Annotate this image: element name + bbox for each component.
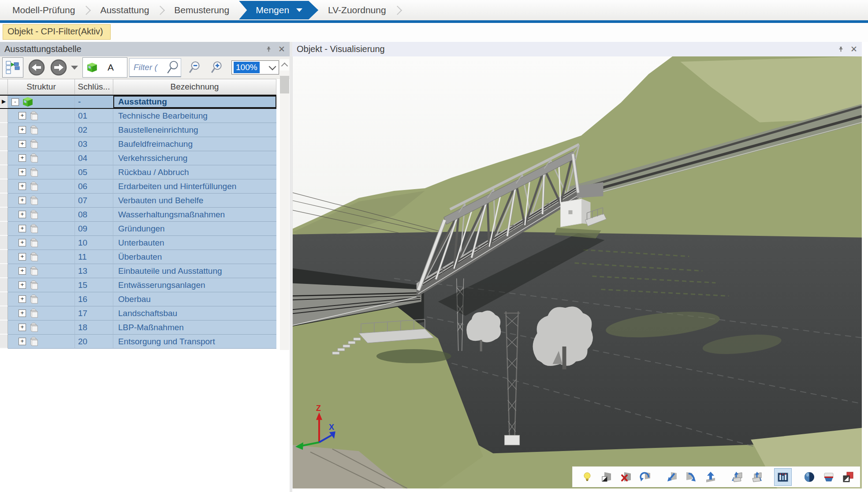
table-row[interactable]: +04Verkehrssicherung — [0, 151, 276, 165]
move-up-icon[interactable] — [702, 469, 719, 485]
row-selector-cell[interactable] — [0, 222, 8, 236]
row-selector-cell[interactable] — [0, 250, 8, 264]
table-scrollbar[interactable] — [280, 59, 289, 350]
unfold-view-a-icon[interactable] — [729, 469, 745, 485]
key-cell[interactable]: 04 — [75, 151, 113, 165]
key-cell[interactable]: 18 — [75, 321, 113, 335]
row-selector-cell[interactable] — [0, 123, 8, 137]
table-row[interactable]: +17Landschaftsbau — [0, 306, 276, 321]
designation-cell[interactable]: Verbauten und Behelfe — [113, 194, 276, 208]
row-selector-cell[interactable] — [0, 194, 8, 208]
background-view-icon[interactable] — [598, 469, 615, 485]
table-row[interactable]: +07Verbauten und Behelfe — [0, 194, 276, 208]
unfold-view-b-icon[interactable] — [748, 469, 765, 485]
table-row[interactable]: +16Oberbau — [0, 292, 276, 306]
light-icon[interactable] — [579, 469, 596, 485]
rotate-view-icon[interactable] — [637, 469, 654, 485]
expand-toggle[interactable]: + — [19, 154, 26, 162]
pan-down-left-icon[interactable] — [663, 469, 680, 485]
expand-toggle[interactable]: + — [19, 140, 26, 148]
zoom-level-select[interactable]: 100% — [231, 60, 279, 75]
pin-icon[interactable] — [265, 46, 272, 52]
material-mode-icon[interactable] — [820, 469, 837, 485]
key-cell[interactable]: 01 — [75, 109, 113, 123]
key-cell[interactable]: 20 — [75, 335, 113, 349]
key-cell[interactable]: 02 — [75, 123, 113, 137]
close-icon[interactable]: ✕ — [850, 45, 857, 53]
row-selector-cell[interactable] — [0, 321, 8, 335]
key-cell[interactable]: 06 — [75, 179, 113, 194]
designation-cell[interactable]: Oberbau — [113, 292, 276, 306]
key-cell[interactable]: 05 — [75, 165, 113, 179]
table-row[interactable]: +08Wasserhaltungsmaßnahmen — [0, 208, 276, 222]
key-cell[interactable]: 15 — [75, 278, 113, 292]
key-cell[interactable]: 16 — [75, 292, 113, 306]
designation-cell[interactable]: Technische Bearbeitung — [113, 109, 276, 123]
back-button[interactable] — [28, 59, 45, 76]
filter-input[interactable]: Filter ( — [129, 58, 181, 77]
tab-modell-pr-fung[interactable]: Modell-Prüfung — [5, 5, 82, 15]
designation-cell[interactable]: Verkehrssicherung — [113, 151, 276, 165]
expand-toggle[interactable]: + — [19, 225, 26, 232]
scrollbar-thumb[interactable] — [280, 76, 289, 93]
row-selector-cell[interactable] — [0, 278, 8, 292]
delete-view-icon[interactable] — [618, 469, 634, 485]
expand-toggle[interactable]: + — [19, 281, 26, 289]
row-selector-cell[interactable] — [0, 264, 8, 278]
tab-lv-zuordnung[interactable]: LV-Zuordnung — [321, 5, 393, 15]
pin-icon[interactable] — [838, 46, 844, 52]
designation-cell[interactable]: LBP-Maßnahmen — [113, 321, 276, 335]
expand-toggle[interactable]: + — [19, 112, 26, 119]
tab-ausstattung[interactable]: Ausstattung — [93, 5, 156, 15]
table-row[interactable]: +11Überbauten — [0, 250, 276, 264]
table-row[interactable]: +20Entsorgung und Transport — [0, 335, 276, 349]
expand-toggle[interactable]: + — [19, 239, 26, 246]
table-row[interactable]: +01Technische Bearbeitung — [0, 109, 276, 123]
column-header-bezeichnung[interactable]: Bezeichnung — [113, 79, 276, 95]
table-row[interactable]: +06Erdarbeiten und Hinterfüllungen — [0, 179, 276, 194]
designation-cell[interactable]: Entsorgung und Transport — [113, 335, 276, 349]
table-row[interactable]: +15Entwässerungsanlagen — [0, 278, 276, 292]
designation-cell[interactable]: Entwässerungsanlagen — [113, 278, 276, 292]
designation-cell[interactable]: Ausstattung — [113, 96, 276, 108]
designation-cell[interactable]: Rückbau / Abbruch — [113, 165, 276, 179]
key-cell[interactable]: 08 — [75, 208, 113, 222]
row-selector-cell[interactable] — [0, 208, 8, 222]
object-filter-button[interactable]: A — [82, 57, 127, 78]
expand-toggle[interactable]: + — [19, 267, 26, 275]
tab-dropdown-icon[interactable] — [296, 8, 302, 12]
key-cell[interactable]: 13 — [75, 264, 113, 278]
table-row[interactable]: +02Baustelleneinrichtung — [0, 123, 276, 137]
designation-cell[interactable]: Einbauteile und Ausstattung — [113, 264, 276, 278]
tab-bemusterung[interactable]: Bemusterung — [167, 5, 236, 15]
key-cell[interactable]: 11 — [75, 250, 113, 264]
expand-toggle[interactable]: + — [19, 126, 26, 134]
scrollbar-up-button[interactable] — [280, 59, 289, 71]
forward-button[interactable] — [50, 59, 67, 76]
table-row[interactable]: +13Einbauteile und Ausstattung — [0, 264, 276, 278]
designation-cell[interactable]: Unterbauten — [113, 236, 276, 250]
zoom-in-button[interactable] — [209, 59, 225, 76]
table-row[interactable]: +10Unterbauten — [0, 236, 276, 250]
key-cell[interactable]: 03 — [75, 137, 113, 151]
key-cell[interactable]: 09 — [75, 222, 113, 236]
section-view-icon[interactable] — [775, 469, 791, 485]
designation-cell[interactable]: Gründungen — [113, 222, 276, 236]
collapse-toggle[interactable]: - — [11, 98, 19, 106]
designation-cell[interactable]: Baufeldfreimachung — [113, 137, 276, 151]
row-selector-cell[interactable] — [0, 335, 8, 349]
pan-down-right-icon[interactable] — [683, 469, 700, 485]
key-cell[interactable]: 10 — [75, 236, 113, 250]
expand-toggle[interactable]: + — [19, 197, 26, 204]
column-header-schluessel[interactable]: Schlüs... — [75, 79, 113, 95]
expand-toggle[interactable]: + — [19, 295, 26, 303]
row-selector-cell[interactable] — [0, 292, 8, 306]
close-icon[interactable]: ✕ — [278, 45, 285, 53]
row-selector-cell[interactable] — [0, 306, 8, 321]
key-cell[interactable]: - — [75, 96, 113, 108]
table-row[interactable]: +18LBP-Maßnahmen — [0, 321, 276, 335]
history-dropdown-icon[interactable] — [71, 66, 78, 70]
expand-toggle[interactable]: + — [19, 168, 26, 176]
designation-cell[interactable]: Wasserhaltungsmaßnahmen — [113, 208, 276, 222]
structure-view-button[interactable] — [2, 57, 23, 78]
